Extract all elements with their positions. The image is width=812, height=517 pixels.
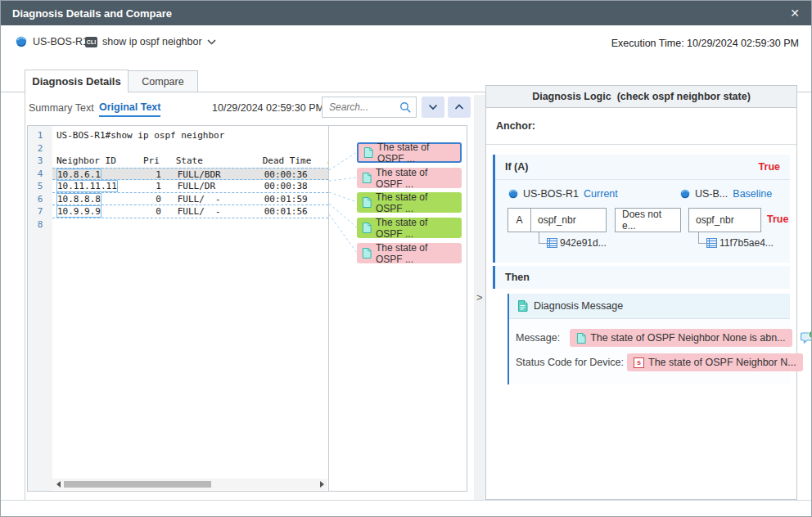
code-text[interactable]: US-BOS-R1#show ip ospf neighbor (52, 129, 328, 142)
current-file-name[interactable]: 942e91d... (560, 237, 607, 249)
cli-output-editor[interactable]: 1US-BOS-R1#show ip ospf neighbor23Neighb… (28, 126, 329, 491)
search-input[interactable] (327, 101, 401, 114)
content-bottom-border (1, 500, 811, 501)
diagnosis-note-badge[interactable]: The state of OSPF ... (357, 243, 462, 263)
code-text[interactable]: 10.9.9.9 0 FULL/ - 00:01:56 10.99 (52, 205, 328, 218)
line-number: 6 (28, 193, 52, 206)
connector-elbow (539, 232, 547, 244)
code-line-4: 410.8.6.1 1 FULL/BDR 00:00:36 10.8. (28, 168, 328, 181)
tab-compare[interactable]: Compare (129, 70, 198, 92)
then-block: Then (493, 266, 790, 289)
diagnosis-note-badge[interactable]: The state of OSPF ... (357, 218, 462, 238)
search-icon[interactable] (399, 101, 412, 114)
horizontal-scrollbar[interactable] (52, 479, 327, 490)
content-left-border (25, 92, 25, 500)
line-number: 1 (28, 129, 52, 142)
collapse-handle-icon[interactable]: > (476, 291, 483, 303)
code-text[interactable]: 10.11.11.11 1 FULL/DR 00:00:38 10.8. (52, 180, 328, 193)
code-line-8: 8 (28, 218, 328, 232)
current-device-name: US-BOS-R1 (523, 188, 579, 200)
if-label: If (A) (505, 161, 528, 173)
scroll-right-arrow[interactable] (316, 479, 327, 490)
message-label: Message: (516, 332, 560, 344)
baseline-device-row: US-B... Baseline (680, 188, 772, 200)
if-header: If (A) True (495, 155, 790, 180)
baseline-link[interactable]: Baseline (733, 188, 772, 200)
line-number: 8 (28, 218, 52, 232)
title-bar: Diagnosis Details and Compare ✕ (1, 1, 811, 25)
line-number: 2 (28, 142, 52, 155)
ip-address[interactable]: 10.8.6.1 (56, 169, 102, 181)
code-line-6: 610.8.8.8 0 FULL/ - 00:01:59 10.99 (28, 193, 328, 206)
scroll-left-arrow[interactable] (52, 479, 64, 490)
badge-text: The state of OSPF ... (376, 191, 457, 214)
code-text[interactable] (52, 218, 328, 232)
diagnosis-logic-panel: Diagnosis Logic (check ospf neighbor sta… (485, 85, 797, 500)
current-variable-box[interactable]: ospf_nbr (530, 208, 607, 232)
device-sphere-icon (16, 36, 27, 47)
verified-comment-icon[interactable] (801, 330, 812, 346)
execution-time: Execution Time: 10/29/2024 02:59:30 PM (611, 38, 799, 49)
code-text[interactable] (52, 142, 328, 155)
if-result-true: True (759, 161, 780, 173)
ip-address[interactable]: 10.9.9.9 (56, 205, 102, 218)
find-prev-button[interactable] (448, 97, 471, 118)
condition-result-true: True (767, 214, 788, 225)
line-number: 7 (28, 205, 52, 218)
diagnosis-dialog: Diagnosis Details and Compare ✕ US-BOS-R… (0, 0, 812, 517)
anchor-variable-box: A (508, 208, 531, 232)
panel-divider[interactable]: > (474, 95, 485, 500)
anchor-label: Anchor: (486, 108, 796, 145)
mode-original-text[interactable]: Original Text (99, 101, 160, 117)
message-row: Message: The state of OSPF Neighbor None… (516, 329, 790, 347)
baseline-variable-box[interactable]: ospf_nbr (688, 208, 761, 232)
table-file-icon (547, 238, 557, 248)
device-sphere-icon (508, 189, 518, 199)
device-name[interactable]: US-BOS-R1 (33, 36, 88, 47)
if-condition-block: If (A) True US-BOS-R1 Current US-B... Ba… (493, 155, 790, 263)
connector-elbow (698, 232, 706, 244)
badge-text: The state of OSPF ... (376, 167, 457, 190)
ip-address[interactable]: 10.11.11.11 (56, 180, 118, 192)
find-next-button[interactable] (422, 97, 444, 118)
ip-address[interactable]: 10.8.8.8 (56, 193, 102, 205)
current-device-row: US-BOS-R1 Current (508, 188, 618, 200)
command-group[interactable]: CLI show ip ospf neighbor (85, 36, 216, 47)
current-link[interactable]: Current (584, 188, 618, 200)
diagnosis-message-body: Message: The state of OSPF Neighbor None… (509, 319, 790, 384)
message-value-badge[interactable]: The state of OSPF Neighbor None is abn..… (570, 329, 792, 347)
scrollbar-thumb[interactable] (64, 481, 211, 488)
diagnosis-note-badge[interactable]: The state of OSPF ... (357, 192, 462, 213)
close-icon[interactable]: ✕ (790, 7, 800, 19)
command-label[interactable]: show ip ospf neighbor (102, 36, 202, 47)
table-file-icon (706, 238, 717, 248)
diagnosis-message-card: Diagnosis Message Message: The state of … (508, 294, 790, 384)
baseline-file-name[interactable]: 11f7b5ae4... (720, 237, 774, 249)
if-body: US-BOS-R1 Current US-B... Baseline A osp… (495, 180, 790, 262)
message-text: The state of OSPF Neighbor None is abn..… (590, 332, 785, 344)
operator-box[interactable]: Does not e... (615, 208, 681, 232)
diagnosis-note-badge[interactable]: The state of OSPF ... (357, 142, 462, 163)
chevron-down-icon[interactable] (207, 39, 216, 45)
code-line-7: 710.9.9.9 0 FULL/ - 00:01:56 10.99 (28, 205, 328, 218)
document-icon (517, 300, 528, 312)
badge-text: The state of OSPF ... (376, 217, 457, 240)
status-code-text: The state of OSPF Neighbor N... (648, 357, 796, 368)
baseline-file-link[interactable]: 11f7b5ae4... (706, 237, 774, 249)
status-code-icon: s (634, 357, 644, 368)
code-text[interactable]: 10.8.6.1 1 FULL/BDR 00:00:36 10.8. (52, 168, 328, 181)
line-number: 5 (28, 180, 52, 193)
chevron-up-icon (454, 104, 464, 110)
mode-summary-text[interactable]: Summary Text (29, 102, 94, 114)
document-icon (576, 333, 586, 344)
code-line-2: 2 (28, 142, 328, 155)
tab-diagnosis-details[interactable]: Diagnosis Details (25, 70, 129, 92)
search-box[interactable] (322, 97, 417, 118)
code-text[interactable]: Neighbor ID Pri State Dead Time Addre (52, 155, 328, 168)
device-sphere-icon (680, 189, 690, 199)
code-text[interactable]: 10.8.8.8 0 FULL/ - 00:01:59 10.99 (52, 193, 328, 206)
status-code-badge[interactable]: s The state of OSPF Neighbor N... (627, 353, 803, 371)
logic-panel-title: Diagnosis Logic (check ospf neighbor sta… (486, 86, 796, 108)
current-file-link[interactable]: 942e91d... (547, 237, 607, 249)
diagnosis-note-badge[interactable]: The state of OSPF ... (357, 168, 462, 188)
